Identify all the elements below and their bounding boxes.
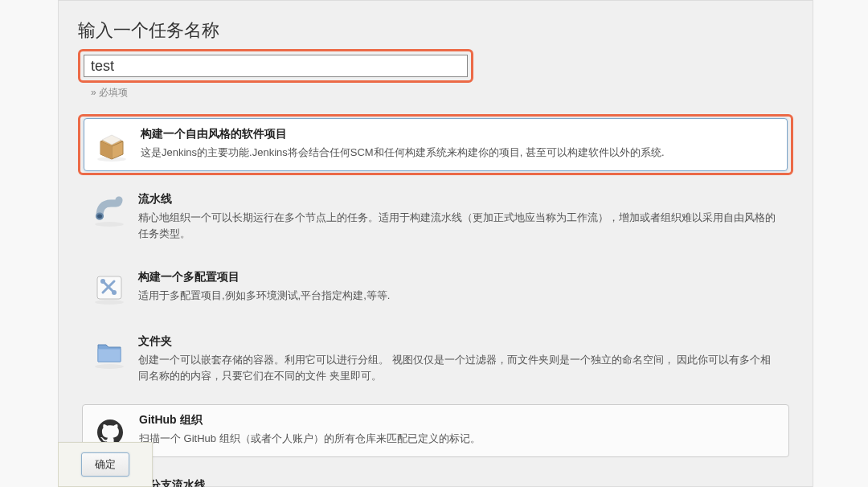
main-panel: 输入一个任务名称 » 必填项 构建一个自由风格的软件项 xyxy=(58,0,813,487)
option-title: 文件夹 xyxy=(138,334,780,349)
tools-icon xyxy=(92,270,127,305)
option-wrap: 文件夹 创建一个可以嵌套存储的容器。利用它可以进行分组。 视图仅仅是一个过滤器，… xyxy=(78,322,793,395)
option-highlight-freestyle: 构建一个自由风格的软件项目 这是Jenkins的主要功能.Jenkins将会结合… xyxy=(78,114,793,175)
option-title: 构建一个自由风格的软件项目 xyxy=(141,127,777,141)
ok-button[interactable]: 确定 xyxy=(81,452,129,477)
required-note: » 必填项 xyxy=(91,86,793,100)
footer-bar: 确定 xyxy=(58,442,153,487)
option-title: 多分支流水线 xyxy=(138,478,780,487)
item-name-highlight xyxy=(78,49,473,83)
option-folder[interactable]: 文件夹 创建一个可以嵌套存储的容器。利用它可以进行分组。 视图仅仅是一个过滤器，… xyxy=(82,326,789,391)
job-type-list: 构建一个自由风格的软件项目 这是Jenkins的主要功能.Jenkins将会结合… xyxy=(78,114,793,487)
option-text: 构建一个多配置项目 适用于多配置项目,例如多环境测试,平台指定构建,等等. xyxy=(138,270,780,304)
option-text: GitHub 组织 扫描一个 GitHub 组织（或者个人账户）的所有仓库来匹配… xyxy=(139,413,779,447)
package-box-icon xyxy=(94,127,129,162)
option-text: 文件夹 创建一个可以嵌套存储的容器。利用它可以进行分组。 视图仅仅是一个过滤器，… xyxy=(138,334,780,383)
option-wrap: 流水线 精心地组织一个可以长期运行在多个节点上的任务。适用于构建流水线（更加正式… xyxy=(78,180,793,253)
svg-point-1 xyxy=(95,222,124,227)
option-wrap: 构建一个多配置项目 适用于多配置项目,例如多环境测试,平台指定构建,等等. xyxy=(78,258,793,317)
svg-point-8 xyxy=(95,364,124,369)
svg-point-7 xyxy=(112,290,117,295)
option-wrap: 多分支流水线 根据一个SCM仓库中检测到的分支创建一系列流水线。 xyxy=(78,466,793,487)
svg-point-6 xyxy=(100,279,105,284)
option-desc: 适用于多配置项目,例如多环境测试,平台指定构建,等等. xyxy=(138,288,780,304)
option-title: 构建一个多配置项目 xyxy=(138,270,780,284)
option-wrap: GitHub 组织 扫描一个 GitHub 组织（或者个人账户）的所有仓库来匹配… xyxy=(78,400,793,461)
option-text: 多分支流水线 根据一个SCM仓库中检测到的分支创建一系列流水线。 xyxy=(138,478,780,487)
option-github-org[interactable]: GitHub 组织 扫描一个 GitHub 组织（或者个人账户）的所有仓库来匹配… xyxy=(82,404,789,457)
option-desc: 创建一个可以嵌套存储的容器。利用它可以进行分组。 视图仅仅是一个过滤器，而文件夹… xyxy=(138,352,780,383)
option-desc: 精心地组织一个可以长期运行在多个节点上的任务。适用于构建流水线（更加正式地应当称… xyxy=(138,210,780,241)
option-multiconfig[interactable]: 构建一个多配置项目 适用于多配置项目,例如多环境测试,平台指定构建,等等. xyxy=(82,262,789,313)
option-text: 流水线 精心地组织一个可以长期运行在多个节点上的任务。适用于构建流水线（更加正式… xyxy=(138,192,780,241)
option-title: 流水线 xyxy=(138,192,780,207)
option-desc: 这是Jenkins的主要功能.Jenkins将会结合任何SCM和任何构建系统来构… xyxy=(141,145,777,161)
pipe-icon xyxy=(92,192,127,227)
option-text: 构建一个自由风格的软件项目 这是Jenkins的主要功能.Jenkins将会结合… xyxy=(141,127,777,161)
page-title: 输入一个任务名称 xyxy=(78,18,793,43)
item-name-input[interactable] xyxy=(84,55,468,77)
svg-point-3 xyxy=(97,215,102,219)
folder-icon xyxy=(92,334,127,370)
option-title: GitHub 组织 xyxy=(139,413,779,428)
option-multibranch[interactable]: 多分支流水线 根据一个SCM仓库中检测到的分支创建一系列流水线。 xyxy=(82,470,789,487)
option-desc: 扫描一个 GitHub 组织（或者个人账户）的所有仓库来匹配已定义的标记。 xyxy=(139,431,779,447)
option-freestyle[interactable]: 构建一个自由风格的软件项目 这是Jenkins的主要功能.Jenkins将会结合… xyxy=(84,118,788,171)
option-pipeline[interactable]: 流水线 精心地组织一个可以长期运行在多个节点上的任务。适用于构建流水线（更加正式… xyxy=(82,184,789,249)
svg-point-4 xyxy=(95,300,124,305)
